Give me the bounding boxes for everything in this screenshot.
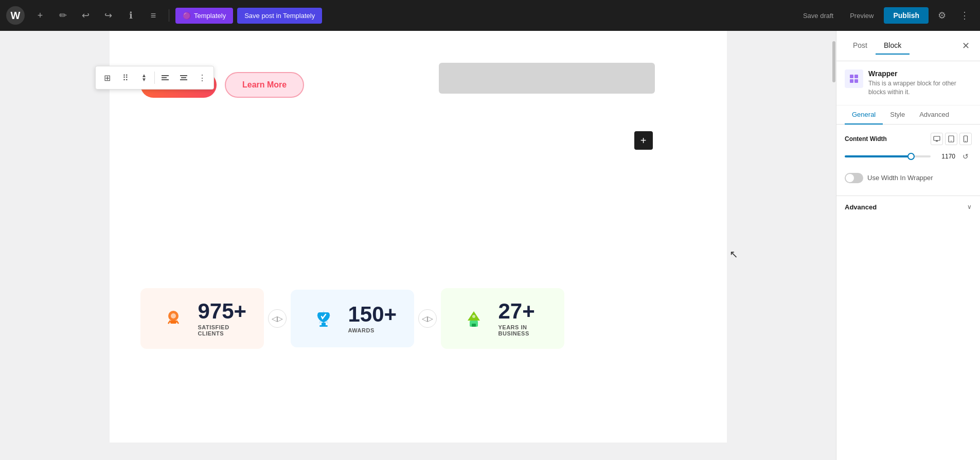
svg-rect-16 bbox=[850, 75, 853, 78]
svg-point-15 bbox=[472, 315, 475, 318]
slider-thumb[interactable] bbox=[907, 153, 915, 160]
advanced-section[interactable]: Advanced ∨ bbox=[836, 196, 980, 218]
svg-rect-18 bbox=[850, 79, 853, 83]
toggle-knob bbox=[846, 174, 854, 182]
width-icon-desktop[interactable] bbox=[931, 133, 943, 145]
wrapper-details: Wrapper This is a wrapper block for othe… bbox=[868, 69, 972, 97]
save-draft-button[interactable]: Save draft bbox=[797, 8, 840, 24]
settings-button[interactable]: ⚙ bbox=[933, 6, 951, 25]
canvas-area[interactable]: ⊞ ⠿ ▲▼ ⋮ Contact Us Lea bbox=[0, 31, 836, 460]
edit-button[interactable]: ✏ bbox=[54, 6, 72, 25]
wp-logo[interactable]: W bbox=[6, 6, 25, 25]
svg-rect-0 bbox=[162, 75, 169, 76]
templately-label: Templately bbox=[194, 12, 226, 20]
wrapper-title: Wrapper bbox=[868, 69, 972, 78]
svg-rect-20 bbox=[934, 136, 940, 140]
slider-fill bbox=[845, 155, 909, 157]
stats-section: 975+ SATISFIEDCLIENTS ◁▷ bbox=[110, 278, 727, 359]
svg-rect-3 bbox=[180, 75, 187, 76]
cursor-icon: ↖ bbox=[729, 249, 738, 260]
general-tab[interactable]: General bbox=[845, 105, 883, 125]
stat-arrow-2[interactable]: ◁▷ bbox=[418, 309, 437, 328]
post-tab[interactable]: Post bbox=[845, 37, 876, 55]
publish-button[interactable]: Publish bbox=[884, 7, 929, 24]
drag-handle[interactable]: ⠿ bbox=[116, 68, 135, 87]
block-toolbar: ⊞ ⠿ ▲▼ ⋮ bbox=[95, 66, 214, 90]
block-type-icon[interactable]: ⊞ bbox=[98, 68, 116, 87]
redo-button[interactable]: ↪ bbox=[99, 6, 117, 25]
svg-rect-12 bbox=[319, 325, 328, 327]
list-view-button[interactable]: ≡ bbox=[144, 6, 163, 25]
toolbar-separator bbox=[154, 72, 155, 84]
save-templately-button[interactable]: Save post in Templately bbox=[237, 8, 322, 24]
main-toolbar: W + ✏ ↩ ↪ ℹ ≡ 🟣 Templately Save post in … bbox=[0, 0, 980, 31]
svg-rect-21 bbox=[936, 140, 938, 141]
svg-rect-17 bbox=[854, 75, 858, 78]
more-options-button[interactable]: ⋮ bbox=[955, 6, 974, 25]
cursor-indicator: ↖ bbox=[729, 248, 738, 260]
panel-header: Post Block ✕ bbox=[836, 31, 980, 61]
templately-button[interactable]: 🟣 Templately bbox=[175, 8, 233, 24]
wrapper-icon bbox=[845, 69, 863, 88]
stat-number-clients: 975+ bbox=[198, 300, 247, 322]
svg-rect-1 bbox=[162, 77, 167, 78]
add-block-button[interactable]: + bbox=[31, 6, 49, 25]
toolbar-divider bbox=[169, 9, 169, 22]
close-panel-button[interactable]: ✕ bbox=[960, 38, 972, 54]
toggle-label: Use Width In Wrapper bbox=[867, 174, 933, 182]
stat-number-years: 27+ bbox=[498, 300, 535, 322]
svg-line-8 bbox=[168, 321, 170, 324]
width-icon-tablet[interactable] bbox=[945, 133, 957, 145]
toggle-row: Use Width In Wrapper bbox=[845, 169, 972, 187]
canvas-scrollbar[interactable] bbox=[832, 31, 836, 460]
style-tab[interactable]: Style bbox=[883, 105, 912, 125]
stat-text-awards: 150+ AWARDS bbox=[348, 304, 397, 333]
right-panel: Post Block ✕ Wrapper This is a wrapper b… bbox=[836, 31, 980, 460]
svg-rect-19 bbox=[854, 79, 858, 83]
align-left-button[interactable] bbox=[156, 68, 174, 87]
advanced-tab[interactable]: Advanced bbox=[912, 105, 956, 125]
svg-rect-2 bbox=[162, 79, 169, 80]
svg-rect-5 bbox=[180, 79, 187, 80]
preview-button[interactable]: Preview bbox=[844, 8, 880, 24]
stat-arrow-1[interactable]: ◁▷ bbox=[268, 309, 287, 328]
add-block-canvas-button[interactable]: + bbox=[634, 131, 653, 150]
content-width-label: Content Width bbox=[845, 135, 887, 143]
width-icon-mobile[interactable] bbox=[959, 133, 972, 145]
stat-label-clients: SATISFIEDCLIENTS bbox=[198, 324, 247, 337]
advanced-section-label: Advanced bbox=[845, 203, 877, 211]
wrapper-description: This is a wrapper block for other blocks… bbox=[868, 79, 972, 97]
reset-slider-button[interactable]: ↺ bbox=[959, 150, 972, 163]
scrollbar-thumb[interactable] bbox=[832, 41, 835, 82]
undo-button[interactable]: ↩ bbox=[76, 6, 95, 25]
svg-rect-7 bbox=[170, 321, 176, 324]
sub-tabs: General Style Advanced bbox=[836, 105, 980, 125]
slider-row: 1170 ↺ bbox=[845, 150, 972, 163]
panel-tabs: Post Block bbox=[845, 37, 910, 55]
stat-text-years: 27+ YEARS INBUSINESS bbox=[498, 300, 535, 337]
use-width-toggle[interactable] bbox=[845, 173, 863, 183]
placeholder-bar bbox=[439, 63, 655, 94]
info-button[interactable]: ℹ bbox=[121, 6, 140, 25]
templately-icon: 🟣 bbox=[183, 12, 191, 20]
main-layout: ⊞ ⠿ ▲▼ ⋮ Contact Us Lea bbox=[0, 31, 980, 460]
move-up-down-button[interactable]: ▲▼ bbox=[135, 68, 153, 87]
general-panel-content: Content Width bbox=[836, 125, 980, 196]
stat-card-clients: 975+ SATISFIEDCLIENTS bbox=[140, 288, 264, 349]
stat-icon-years bbox=[457, 302, 490, 335]
width-icons bbox=[931, 133, 972, 145]
stat-card-years: 27+ YEARS INBUSINESS bbox=[441, 288, 564, 349]
svg-point-10 bbox=[171, 313, 176, 319]
slider-value: 1170 bbox=[935, 153, 955, 160]
content-width-slider[interactable] bbox=[845, 155, 931, 157]
align-center-button[interactable] bbox=[174, 68, 193, 87]
svg-rect-14 bbox=[472, 324, 476, 327]
stat-icon-awards bbox=[307, 302, 340, 335]
stat-number-awards: 150+ bbox=[348, 304, 397, 325]
more-block-options-button[interactable]: ⋮ bbox=[193, 68, 211, 87]
learn-more-button[interactable]: Learn More bbox=[225, 72, 304, 98]
content-width-row: Content Width bbox=[845, 133, 972, 145]
svg-rect-4 bbox=[181, 77, 186, 78]
svg-point-25 bbox=[965, 140, 966, 141]
block-tab[interactable]: Block bbox=[876, 37, 910, 55]
